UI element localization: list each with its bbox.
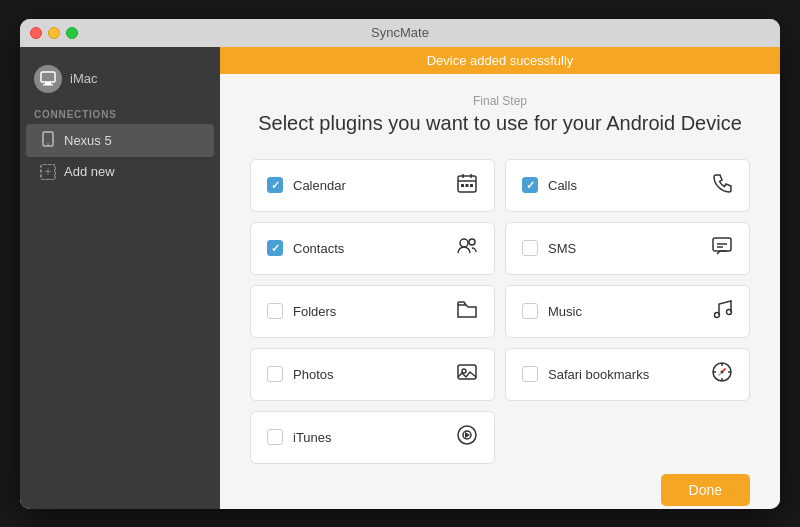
plugin-left: Calendar bbox=[267, 177, 346, 193]
plugin-left: SMS bbox=[522, 240, 576, 256]
plugin-name: Contacts bbox=[293, 241, 344, 256]
notification-bar: Device added sucessfully bbox=[220, 47, 780, 74]
plugin-checkbox-calendar[interactable] bbox=[267, 177, 283, 193]
sidebar-item-add-new[interactable]: + Add new bbox=[26, 157, 214, 187]
plugin-item-itunes: iTunes bbox=[250, 411, 495, 464]
svg-rect-11 bbox=[470, 184, 473, 187]
minimize-button[interactable] bbox=[48, 27, 60, 39]
plugin-left: Folders bbox=[267, 303, 336, 319]
plugin-left: Contacts bbox=[267, 240, 344, 256]
imac-label: iMac bbox=[70, 71, 97, 86]
plugin-item-contacts: Contacts bbox=[250, 222, 495, 275]
main-heading: Select plugins you want to use for your … bbox=[250, 112, 750, 135]
content-area: Device added sucessfully Final Step Sele… bbox=[220, 47, 780, 509]
plugin-checkbox-contacts[interactable] bbox=[267, 240, 283, 256]
notification-message: Device added sucessfully bbox=[427, 53, 574, 68]
plugin-icon-contacts bbox=[456, 235, 478, 262]
svg-point-18 bbox=[727, 309, 732, 314]
nexus-label: Nexus 5 bbox=[64, 133, 112, 148]
svg-point-12 bbox=[460, 239, 468, 247]
plugin-name: SMS bbox=[548, 241, 576, 256]
svg-line-27 bbox=[723, 368, 726, 371]
svg-rect-0 bbox=[41, 72, 55, 82]
plugin-name: Folders bbox=[293, 304, 336, 319]
plugin-name: Calendar bbox=[293, 178, 346, 193]
svg-rect-1 bbox=[45, 82, 51, 84]
final-step-label: Final Step bbox=[250, 94, 750, 108]
plugin-checkbox-calls[interactable] bbox=[522, 177, 538, 193]
plugin-left: Photos bbox=[267, 366, 333, 382]
plugin-name: Calls bbox=[548, 178, 577, 193]
plugin-checkbox-photos[interactable] bbox=[267, 366, 283, 382]
main-content: iMac CONNECTIONS Nexus 5 + Add new bbox=[20, 47, 780, 509]
add-icon: + bbox=[40, 164, 56, 180]
sidebar: iMac CONNECTIONS Nexus 5 + Add new bbox=[20, 47, 220, 509]
app-window: SyncMate iMac CONNECTIONS bbox=[20, 19, 780, 509]
plugin-item-folders: Folders bbox=[250, 285, 495, 338]
plugin-icon-calendar bbox=[456, 172, 478, 199]
plugin-left: Calls bbox=[522, 177, 577, 193]
footer: Done bbox=[250, 464, 750, 506]
svg-rect-2 bbox=[43, 84, 53, 86]
plugin-left: iTunes bbox=[267, 429, 332, 445]
plugin-item-music: Music bbox=[505, 285, 750, 338]
done-button[interactable]: Done bbox=[661, 474, 750, 506]
add-new-label: Add new bbox=[64, 164, 115, 179]
connections-label: CONNECTIONS bbox=[20, 101, 220, 124]
svg-point-13 bbox=[469, 239, 475, 245]
titlebar: SyncMate bbox=[20, 19, 780, 47]
plugin-checkbox-safari-bookmarks[interactable] bbox=[522, 366, 538, 382]
plugin-icon-folders bbox=[456, 298, 478, 325]
plugin-item-photos: Photos bbox=[250, 348, 495, 401]
avatar bbox=[34, 65, 62, 93]
plugin-checkbox-sms[interactable] bbox=[522, 240, 538, 256]
plugin-icon-safari-bookmarks bbox=[711, 361, 733, 388]
svg-rect-10 bbox=[466, 184, 469, 187]
phone-icon bbox=[40, 131, 56, 150]
traffic-lights bbox=[30, 27, 78, 39]
svg-rect-9 bbox=[461, 184, 464, 187]
plugin-left: Music bbox=[522, 303, 582, 319]
plugin-icon-photos bbox=[456, 361, 478, 388]
plugin-checkbox-music[interactable] bbox=[522, 303, 538, 319]
svg-point-20 bbox=[462, 369, 466, 373]
plugin-name: Safari bookmarks bbox=[548, 367, 649, 382]
plugin-icon-music bbox=[711, 298, 733, 325]
plugin-checkbox-itunes[interactable] bbox=[267, 429, 283, 445]
svg-point-4 bbox=[47, 143, 49, 145]
plugin-name: Music bbox=[548, 304, 582, 319]
sidebar-item-nexus[interactable]: Nexus 5 bbox=[26, 124, 214, 157]
plugin-item-safari-bookmarks: Safari bookmarks bbox=[505, 348, 750, 401]
svg-line-28 bbox=[719, 372, 722, 375]
plugin-item-calls: Calls bbox=[505, 159, 750, 212]
window-title: SyncMate bbox=[371, 25, 429, 40]
maximize-button[interactable] bbox=[66, 27, 78, 39]
plugin-empty-cell bbox=[505, 411, 750, 464]
plugin-icon-itunes bbox=[456, 424, 478, 451]
plugin-item-calendar: Calendar bbox=[250, 159, 495, 212]
content-body: Final Step Select plugins you want to us… bbox=[220, 74, 780, 509]
plugin-item-sms: SMS bbox=[505, 222, 750, 275]
plugin-name: Photos bbox=[293, 367, 333, 382]
close-button[interactable] bbox=[30, 27, 42, 39]
plugin-name: iTunes bbox=[293, 430, 332, 445]
plugin-left: Safari bookmarks bbox=[522, 366, 649, 382]
plugin-icon-calls bbox=[711, 172, 733, 199]
sidebar-imac-item[interactable]: iMac bbox=[20, 57, 220, 101]
plugins-grid: CalendarCallsContactsSMSFoldersMusicPhot… bbox=[250, 159, 750, 464]
plugin-icon-sms bbox=[711, 235, 733, 262]
plugin-checkbox-folders[interactable] bbox=[267, 303, 283, 319]
svg-point-17 bbox=[715, 312, 720, 317]
